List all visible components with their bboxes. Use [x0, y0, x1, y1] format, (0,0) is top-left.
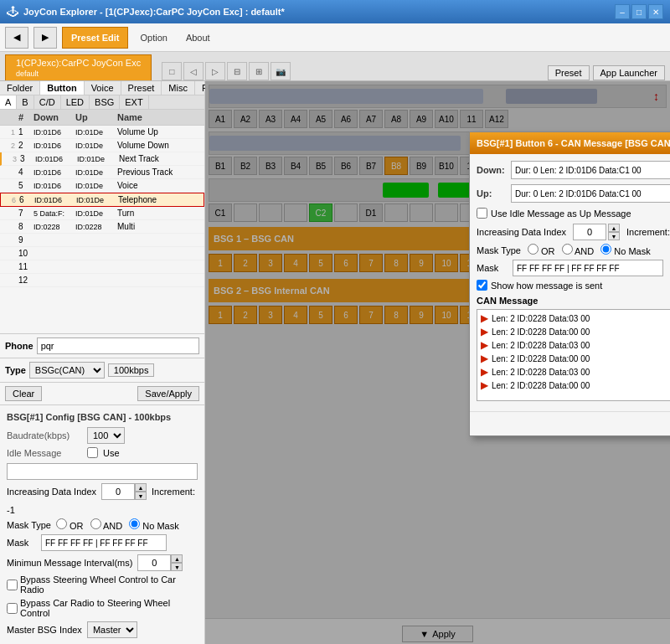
about-menu[interactable]: About	[179, 30, 217, 45]
bypass1-checkbox-label: Bypass Steering Wheel Control to Car Rad…	[7, 574, 198, 595]
modal-mask-input[interactable]	[513, 260, 663, 276]
table-row[interactable]: 10	[0, 247, 204, 260]
maximize-button[interactable]: □	[631, 4, 647, 19]
modal-idle-checkbox[interactable]	[477, 208, 487, 219]
tab-voice[interactable]: Voice	[85, 81, 121, 95]
clear-button[interactable]: Clear	[5, 386, 42, 401]
modal-mask-none[interactable]	[600, 244, 611, 255]
modal-mask-and[interactable]	[562, 244, 573, 255]
modal-mask-row: Mask	[477, 260, 670, 276]
idle-use-checkbox[interactable]	[87, 447, 98, 458]
modal-up-label: Up:	[477, 188, 506, 198]
close-button[interactable]: ✕	[648, 4, 663, 19]
mask-nomask-radio[interactable]	[129, 518, 140, 529]
tab-icon-5[interactable]: ⊞	[249, 62, 269, 80]
toolbar: ◀ ▶ Preset Edit Option About	[0, 23, 670, 52]
modal-index-up[interactable]: ▲	[608, 224, 620, 232]
preset-button[interactable]: Preset	[548, 65, 590, 80]
tab-icon-6[interactable]: 📷	[271, 62, 291, 80]
app-launcher-button[interactable]: App Launcher	[593, 65, 666, 80]
active-tab[interactable]: 1(CPJexc):CarPC JoyCon Exc default	[5, 54, 152, 80]
subtab-a[interactable]: A	[0, 95, 17, 109]
modal-down-input[interactable]	[511, 161, 670, 179]
phone-input[interactable]	[37, 337, 199, 354]
data-index-input[interactable]	[101, 483, 135, 500]
modal-mask-or[interactable]	[528, 244, 539, 255]
row-num-cell: 1	[17, 126, 32, 137]
bsg-config-title: BSG[#1] Config [BSG CAN] - 100kbps	[7, 412, 198, 422]
can-arrow-2: ▶	[481, 326, 488, 337]
col-num: #	[17, 111, 32, 123]
tab-icon-4[interactable]: ⊟	[227, 62, 247, 80]
window-title: JoyCon Explorer - [1(CPJexc):CarPC JoyCo…	[23, 7, 285, 17]
type-label: Type	[5, 365, 26, 375]
row-up: ID:01De	[74, 127, 116, 137]
idle-input[interactable]	[7, 463, 198, 480]
bypass2-checkbox[interactable]	[7, 603, 18, 614]
table-row-selected[interactable]: 6 6 ID:01D6 ID:01De Telephone	[0, 193, 204, 207]
can-msg-1: ▶ Len: 2 ID:0228 Data:03 00	[479, 312, 670, 325]
subtab-b[interactable]: B	[17, 95, 34, 109]
kbps-button[interactable]: 100kbps	[108, 363, 155, 377]
interval-down[interactable]: ▼	[171, 563, 183, 571]
table-row[interactable]: 4 ID:01D6 ID:01De Previous Track	[0, 166, 204, 179]
type-row: Type BSGc(CAN) 100kbps	[0, 358, 204, 382]
modal-masktype-row: Mask Type OR AND No Mask	[477, 244, 670, 256]
main-area: Folder Button Voice Preset Misc FW A B C…	[0, 81, 670, 644]
tab-preset[interactable]: Preset	[121, 81, 162, 95]
tab-misc[interactable]: Misc	[162, 81, 195, 95]
modal-index-input[interactable]	[573, 224, 606, 240]
mask-or-radio[interactable]	[56, 518, 67, 529]
tab-icon-1[interactable]: □	[162, 62, 182, 80]
bsg-config-panel: BSG[#1] Config [BSG CAN] - 100kbps Baudr…	[0, 404, 204, 644]
table-row[interactable]: 8 ID:0228 ID:0228 Multi	[0, 220, 204, 234]
minimize-button[interactable]: –	[615, 4, 630, 19]
idle-use-label: Use	[103, 448, 120, 458]
table-row[interactable]: 7 5 Data:F: ID:01De Turn	[0, 207, 204, 220]
subtab-bsg[interactable]: BSG	[90, 95, 120, 109]
modal-index-down[interactable]: ▼	[608, 232, 620, 240]
table-row[interactable]: 5 ID:01D6 ID:01De Voice	[0, 179, 204, 193]
interval-up[interactable]: ▲	[171, 554, 183, 563]
mask-label: Mask	[7, 538, 36, 548]
can-arrow-5: ▶	[481, 366, 488, 378]
mask-type-radios: OR AND No Mask	[56, 518, 179, 531]
modal-up-input[interactable]	[511, 184, 670, 203]
table-row[interactable]: 9	[0, 234, 204, 247]
data-index-down[interactable]: ▼	[135, 492, 147, 500]
baudrate-select[interactable]: 100	[87, 427, 125, 444]
data-index-label: Increasing Data Index	[7, 487, 96, 497]
min-interval-input[interactable]	[137, 554, 171, 571]
tab-folder[interactable]: Folder	[0, 81, 40, 95]
data-index-up[interactable]: ▲	[135, 483, 147, 492]
table-row[interactable]: 12	[0, 274, 204, 287]
tab-icon-3[interactable]: ▷	[205, 62, 225, 80]
can-text-1: Len: 2 ID:0228 Data:03 00	[492, 314, 590, 323]
option-menu[interactable]: Option	[133, 30, 173, 45]
table-row[interactable]: 3 3 ID:01D6 ID:01De Next Track	[0, 152, 204, 166]
tab-button[interactable]: Button	[40, 81, 84, 95]
subtab-led[interactable]: LED	[61, 95, 90, 109]
can-message-area[interactable]: ▶ Len: 2 ID:0228 Data:03 00 ▶ Len: 2 ID:…	[477, 309, 670, 401]
save-apply-button[interactable]: Save/Apply	[137, 386, 199, 401]
mask-and-radio[interactable]	[90, 518, 101, 529]
modal-show-checkbox[interactable]	[477, 280, 487, 291]
table-row[interactable]: 2 2 ID:01D6 ID:01De Volume Down	[0, 139, 204, 152]
subtab-ext[interactable]: EXT	[120, 95, 148, 109]
idle-label: Idle Message	[7, 448, 82, 458]
preset-edit-button[interactable]: Preset Edit	[62, 27, 128, 49]
subtab-cd[interactable]: C/D	[34, 95, 61, 109]
mask-input[interactable]	[41, 534, 167, 551]
col-name: Name	[116, 111, 203, 123]
master-select[interactable]: Master	[87, 621, 137, 638]
tab-icon-2[interactable]: ◁	[183, 62, 204, 80]
type-select[interactable]: BSGc(CAN)	[29, 362, 105, 379]
forward-button[interactable]: ▶	[34, 27, 57, 49]
bypass1-checkbox[interactable]	[7, 580, 18, 590]
modal-index-row: Increasing Data Index ▲ ▼ Increment: ▲	[477, 224, 670, 240]
table-row[interactable]: 11	[0, 260, 204, 274]
table-row[interactable]: 1 1 ID:01D6 ID:01De Volume Up	[0, 126, 204, 139]
back-button[interactable]: ◀	[5, 27, 28, 49]
can-text-6: Len: 2 ID:0228 Data:00 00	[492, 381, 590, 390]
tab-bar: 1(CPJexc):CarPC JoyCon Exc default □ ◁ ▷…	[0, 52, 670, 81]
